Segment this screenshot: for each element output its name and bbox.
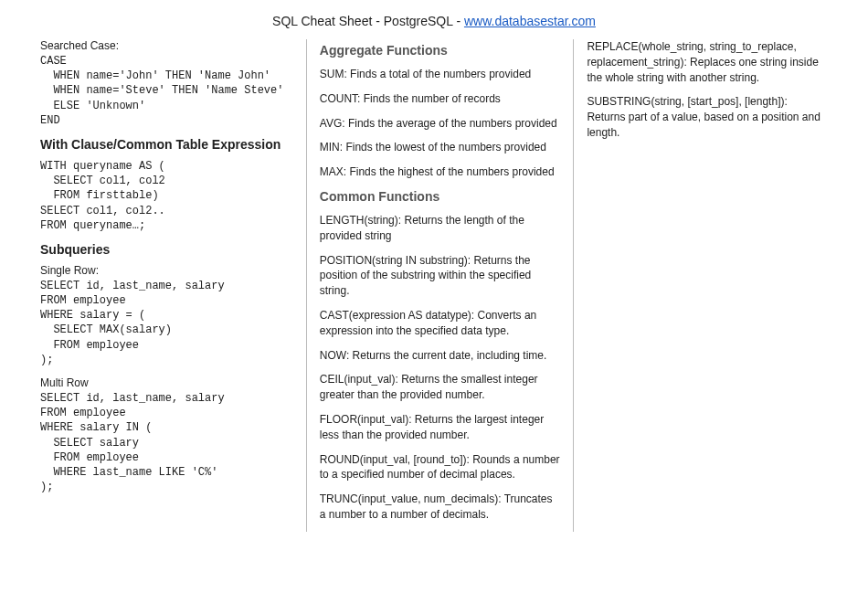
single-row-label: Single Row: — [40, 264, 293, 277]
agg-max-desc: MAX: Finds the highest of the numbers pr… — [320, 164, 561, 180]
common-functions-heading: Common Functions — [320, 189, 561, 204]
single-row-code: SELECT id, last_name, salary FROM employ… — [40, 279, 293, 367]
agg-count-desc: COUNT: Finds the number of records — [320, 91, 561, 107]
multi-row-label: Multi Row — [40, 376, 293, 389]
searched-case-code: CASE WHEN name='John' THEN 'Name John' W… — [40, 54, 293, 128]
column-right: REPLACE(whole_string, string_to_replace,… — [574, 39, 841, 532]
fn-now-desc: NOW: Returns the current date, including… — [320, 348, 561, 364]
title-prefix: SQL Cheat Sheet - PostgreSQL - — [272, 14, 464, 28]
fn-round-desc: ROUND(input_val, [round_to]): Rounds a n… — [320, 452, 561, 483]
fn-substring-desc: SUBSTRING(string, [start_pos], [length])… — [587, 94, 828, 140]
fn-length-desc: LENGTH(string): Returns the length of th… — [320, 213, 561, 244]
fn-replace-desc: REPLACE(whole_string, string_to_replace,… — [587, 39, 828, 85]
agg-avg-desc: AVG: Finds the average of the numbers pr… — [320, 116, 561, 132]
subqueries-heading: Subqueries — [40, 242, 293, 257]
searched-case-label: Searched Case: — [40, 39, 293, 52]
title-link[interactable]: www.databasestar.com — [464, 14, 596, 28]
agg-sum-desc: SUM: Finds a total of the numbers provid… — [320, 67, 561, 82]
with-clause-heading: With Clause/Common Table Expression — [40, 137, 293, 152]
columns-container: Searched Case: CASE WHEN name='John' THE… — [0, 39, 868, 532]
with-clause-code: WITH queryname AS ( SELECT col1, col2 FR… — [40, 159, 293, 233]
page-title: SQL Cheat Sheet - PostgreSQL - www.datab… — [0, 0, 868, 39]
fn-cast-desc: CAST(expression AS datatype): Converts a… — [320, 308, 561, 339]
column-left: Searched Case: CASE WHEN name='John' THE… — [27, 39, 306, 532]
multi-row-code: SELECT id, last_name, salary FROM employ… — [40, 391, 293, 494]
aggregate-functions-heading: Aggregate Functions — [320, 43, 561, 58]
agg-min-desc: MIN: Finds the lowest of the numbers pro… — [320, 140, 561, 155]
fn-position-desc: POSITION(string IN substring): Returns t… — [320, 253, 561, 299]
fn-floor-desc: FLOOR(input_val): Returns the largest in… — [320, 412, 561, 443]
fn-trunc-desc: TRUNC(input_value, num_decimals): Trunca… — [320, 492, 561, 523]
column-middle: Aggregate Functions SUM: Finds a total o… — [306, 39, 575, 532]
fn-ceil-desc: CEIL(input_val): Returns the smallest in… — [320, 372, 561, 403]
